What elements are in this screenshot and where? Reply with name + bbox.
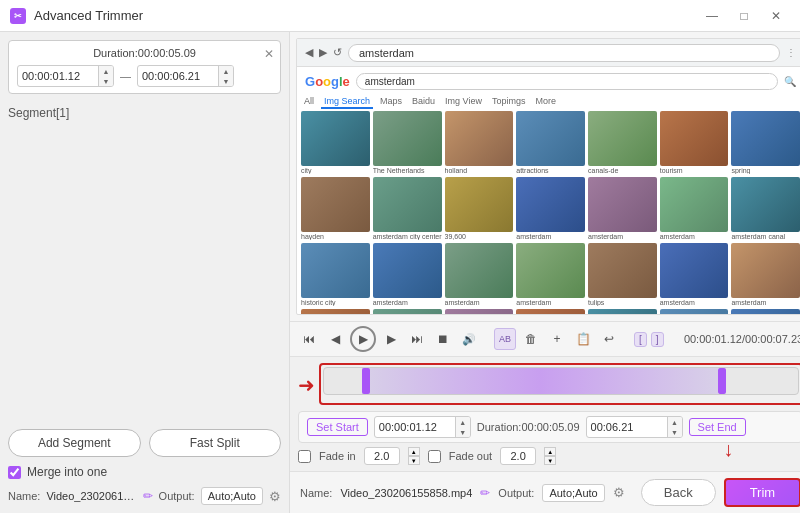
google-search-icon[interactable]: 🔍 xyxy=(784,76,796,87)
reset-button[interactable]: ↩ xyxy=(598,328,620,350)
set-start-time-input[interactable] xyxy=(375,419,455,435)
maximize-button[interactable]: □ xyxy=(730,5,758,27)
filename-value: Video_230206155858.mp4 xyxy=(46,490,136,502)
back-button[interactable]: Back xyxy=(641,479,716,506)
browser-address-bar[interactable] xyxy=(348,44,780,62)
image-thumb[interactable]: amsterdam xyxy=(660,243,729,306)
prev-frame-button[interactable]: ◀ xyxy=(324,328,346,350)
image-thumb[interactable]: historic city xyxy=(301,243,370,306)
tab-all[interactable]: All xyxy=(301,95,317,109)
image-thumb[interactable]: amsterdam xyxy=(588,309,657,314)
google-search-input[interactable]: amsterdam xyxy=(356,73,778,90)
image-thumb[interactable]: amsterdam xyxy=(660,177,729,240)
bottom-settings-icon[interactable]: ⚙ xyxy=(613,485,625,500)
trim-button[interactable]: Trim xyxy=(724,478,800,507)
set-start-down[interactable]: ▼ xyxy=(456,427,470,437)
merge-checkbox[interactable] xyxy=(8,466,21,479)
browser-forward[interactable]: ▶ xyxy=(319,46,327,59)
volume-button[interactable]: 🔊 xyxy=(458,328,480,350)
set-end-spinners: ▲ ▼ xyxy=(667,417,682,437)
minimize-button[interactable]: — xyxy=(698,5,726,27)
bracket-start[interactable]: [ xyxy=(634,332,647,347)
fade-out-checkbox[interactable] xyxy=(428,450,441,463)
browser-back[interactable]: ◀ xyxy=(305,46,313,59)
start-time-up[interactable]: ▲ xyxy=(99,66,113,76)
fade-in-up[interactable]: ▲ xyxy=(408,447,420,456)
image-thumb[interactable]: amsterdam xyxy=(731,243,800,306)
image-thumb[interactable]: tourism xyxy=(660,111,729,174)
browser-menu-icon[interactable]: ⋮ xyxy=(786,47,796,58)
delete-button[interactable]: 🗑 xyxy=(520,328,542,350)
play-button[interactable]: ▶ xyxy=(350,326,376,352)
tab-images[interactable]: Img Search xyxy=(321,95,373,109)
set-end-button[interactable]: Set End xyxy=(689,418,746,436)
fade-in-down[interactable]: ▼ xyxy=(408,456,420,465)
next-frame-button[interactable]: ▶ xyxy=(380,328,402,350)
tab-settings[interactable]: More xyxy=(532,95,559,109)
set-start-button[interactable]: Set Start xyxy=(307,418,368,436)
image-thumb[interactable]: city xyxy=(301,111,370,174)
fade-in-checkbox[interactable] xyxy=(298,450,311,463)
image-thumb[interactable]: amsterdam xyxy=(301,309,370,314)
skip-start-button[interactable]: ⏮ xyxy=(298,328,320,350)
start-time-input[interactable] xyxy=(18,68,98,84)
image-thumb[interactable]: amsterdam xyxy=(731,309,800,314)
skip-end-button[interactable]: ⏭ xyxy=(406,328,428,350)
image-thumb[interactable]: amsterdam xyxy=(445,309,514,314)
image-thumb[interactable]: spring xyxy=(731,111,800,174)
timeline-start-thumb[interactable] xyxy=(362,368,370,394)
fade-out-up[interactable]: ▲ xyxy=(544,447,556,456)
end-time-input[interactable] xyxy=(138,68,218,84)
fade-out-down[interactable]: ▼ xyxy=(544,456,556,465)
image-thumb[interactable]: amsterdam xyxy=(516,243,585,306)
bottom-edit-icon[interactable]: ✏ xyxy=(480,486,490,500)
set-end-up[interactable]: ▲ xyxy=(668,417,682,427)
image-thumb[interactable]: tulips xyxy=(588,243,657,306)
image-thumb[interactable]: holland xyxy=(445,111,514,174)
image-thumb[interactable]: amsterdam xyxy=(516,309,585,314)
add-segment-button[interactable]: Add Segment xyxy=(8,429,141,457)
end-time-down[interactable]: ▼ xyxy=(219,76,233,86)
image-thumb[interactable]: amsterdam xyxy=(588,177,657,240)
image-thumb[interactable]: amsterdam canal xyxy=(731,177,800,240)
fade-out-input[interactable] xyxy=(500,447,536,465)
timeline-track[interactable] xyxy=(323,367,799,395)
timeline-end-thumb[interactable] xyxy=(718,368,726,394)
image-thumb[interactable]: amsterdam xyxy=(445,243,514,306)
tab-maps[interactable]: Maps xyxy=(377,95,405,109)
start-time-down[interactable]: ▼ xyxy=(99,76,113,86)
bracket-end[interactable]: ] xyxy=(651,332,664,347)
image-thumb[interactable]: amsterdam city center xyxy=(373,177,442,240)
stop-button[interactable]: ⏹ xyxy=(432,328,454,350)
end-time-up[interactable]: ▲ xyxy=(219,66,233,76)
image-thumb[interactable]: The Netherlands xyxy=(373,111,442,174)
set-end-time-input[interactable] xyxy=(587,419,667,435)
fast-split-button[interactable]: Fast Split xyxy=(149,429,282,457)
tab-videos[interactable]: Img View xyxy=(442,95,485,109)
duration-box-close[interactable]: ✕ xyxy=(264,47,274,61)
browser-refresh[interactable]: ↺ xyxy=(333,46,342,59)
tab-more[interactable]: Topimgs xyxy=(489,95,529,109)
set-end-down[interactable]: ▼ xyxy=(668,427,682,437)
fade-in-input[interactable] xyxy=(364,447,400,465)
image-thumb[interactable]: 39,600 xyxy=(445,177,514,240)
bottom-output-value: Auto;Auto xyxy=(542,484,604,502)
browser-content: Google amsterdam 🔍 All Img Search Maps B… xyxy=(297,67,800,314)
loop-ab-button[interactable]: AB xyxy=(494,328,516,350)
image-thumb[interactable]: amsterdam xyxy=(373,309,442,314)
close-button[interactable]: ✕ xyxy=(762,5,790,27)
add-button[interactable]: + xyxy=(546,328,568,350)
edit-filename-icon[interactable]: ✏ xyxy=(143,489,153,503)
timeline-track-container xyxy=(319,363,800,405)
image-thumb[interactable]: hayden xyxy=(301,177,370,240)
set-start-up[interactable]: ▲ xyxy=(456,417,470,427)
set-start-spinners: ▲ ▼ xyxy=(455,417,470,437)
image-thumb[interactable]: amsterdam xyxy=(516,177,585,240)
image-thumb[interactable]: amsterdam xyxy=(660,309,729,314)
copy-button[interactable]: 📋 xyxy=(572,328,594,350)
tab-news[interactable]: Baidu xyxy=(409,95,438,109)
image-thumb[interactable]: canals-de xyxy=(588,111,657,174)
image-thumb[interactable]: attractions xyxy=(516,111,585,174)
output-settings-icon[interactable]: ⚙ xyxy=(269,489,281,504)
image-thumb[interactable]: amsterdam xyxy=(373,243,442,306)
